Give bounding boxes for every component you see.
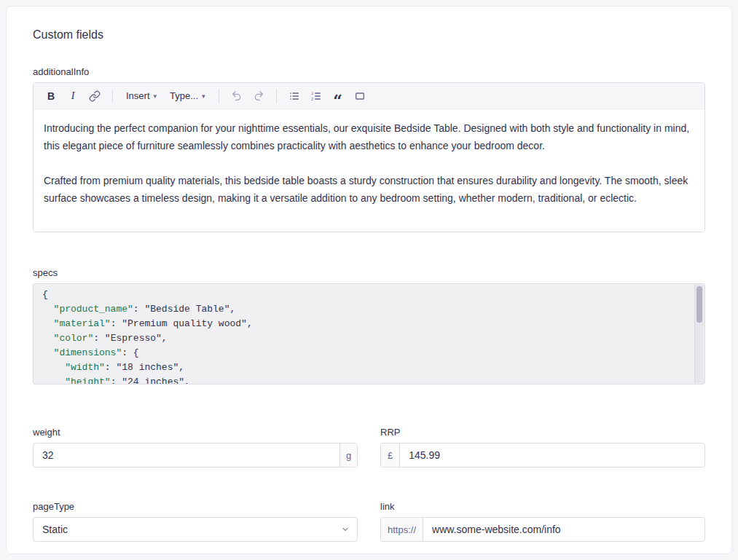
image-block-icon [354, 90, 366, 102]
weight-input-wrap: g [33, 443, 358, 468]
numbered-list-icon: 12 [310, 90, 322, 102]
rte-content[interactable]: Introducing the perfect companion for yo… [34, 109, 704, 232]
code-line: { [42, 288, 686, 302]
svg-text:1: 1 [311, 91, 313, 95]
custom-fields-panel: Custom fields additionalInfo B I Insert … [6, 6, 732, 554]
rrp-input-wrap: £ [380, 443, 705, 468]
insert-dropdown-label: Insert [126, 90, 150, 101]
specs-label: specs [33, 267, 705, 278]
weight-unit-suffix: g [339, 443, 357, 467]
type-dropdown[interactable]: Type... ▾ [164, 87, 211, 106]
bullet-list-icon [288, 90, 300, 102]
insert-dropdown[interactable]: Insert ▾ [120, 87, 162, 106]
specs-scrollbar[interactable] [694, 285, 704, 383]
link-input[interactable] [423, 518, 704, 541]
field-pageType: pageType Static [33, 501, 358, 542]
specs-code-editor[interactable]: { "product_name": "Bedside Table", "mate… [33, 283, 705, 384]
code-line: "height": "24 inches", [42, 375, 686, 384]
weight-input[interactable] [34, 443, 339, 467]
protocol-prefix: https:// [381, 518, 423, 541]
toolbar-divider [219, 89, 219, 103]
code-line: "color": "Espresso", [42, 331, 686, 346]
field-weight: weight g [33, 427, 358, 468]
chevron-down-icon: ▾ [202, 92, 205, 100]
link-icon [89, 90, 101, 102]
weight-label: weight [33, 427, 358, 438]
editor-paragraph: Crafted from premium quality materials, … [44, 172, 694, 207]
link-input-wrap: https:// [380, 517, 705, 542]
bold-button[interactable]: B [41, 87, 61, 106]
currency-prefix: £ [381, 443, 400, 467]
rrp-input[interactable] [400, 443, 704, 467]
specs-scrollbar-thumb[interactable] [696, 286, 702, 323]
bullet-list-button[interactable] [284, 87, 305, 106]
rich-text-editor: B I Insert ▾ Type... ▾ [33, 82, 705, 232]
link-label: link [380, 501, 705, 512]
redo-button[interactable] [248, 87, 269, 106]
type-dropdown-label: Type... [170, 90, 198, 101]
fields-grid: weight g RRP £ pageType Static [33, 427, 705, 542]
rte-toolbar: B I Insert ▾ Type... ▾ [34, 83, 704, 109]
code-line: "product_name": "Bedside Table", [42, 302, 686, 317]
pageType-label: pageType [33, 501, 358, 512]
field-rrp: RRP £ [380, 427, 705, 468]
field-link: link https:// [380, 501, 705, 542]
numbered-list-button[interactable]: 12 [306, 87, 326, 106]
svg-text:2: 2 [311, 97, 313, 101]
code-line: "material": "Premium quality wood", [42, 317, 686, 331]
editor-paragraph: Introducing the perfect companion for yo… [44, 119, 694, 154]
toolbar-divider [112, 89, 113, 103]
blockquote-button[interactable]: “ [328, 87, 348, 106]
toolbar-divider [276, 89, 277, 103]
link-button[interactable] [85, 87, 105, 106]
rrp-label: RRP [380, 427, 705, 438]
additionalInfo-label: additionalInfo [33, 66, 705, 77]
specs-code-lines: { "product_name": "Bedside Table", "mate… [34, 284, 704, 384]
field-specs: specs { "product_name": "Bedside Table",… [33, 267, 705, 384]
italic-button[interactable]: I [63, 87, 83, 106]
redo-icon [253, 90, 264, 102]
code-line: "width": "18 inches", [42, 360, 686, 375]
image-block-button[interactable] [350, 87, 370, 106]
code-line: "dimensions": { [42, 346, 686, 360]
undo-icon [231, 90, 243, 102]
pageType-select-wrap: Static [33, 517, 358, 542]
panel-title: Custom fields [33, 28, 705, 42]
pageType-select[interactable]: Static [33, 517, 358, 542]
chevron-down-icon: ▾ [154, 92, 157, 100]
undo-button[interactable] [227, 87, 247, 106]
